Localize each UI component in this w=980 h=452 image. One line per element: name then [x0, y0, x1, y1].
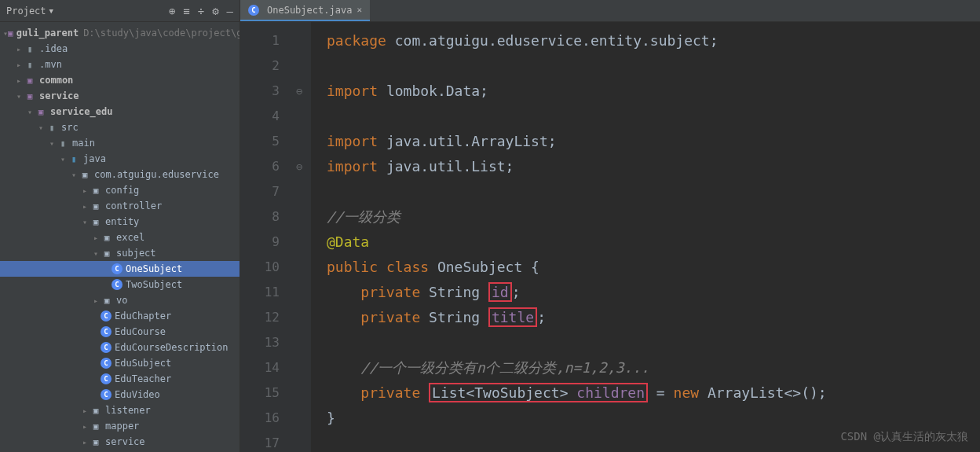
tree-item[interactable]: ▮src [0, 119, 240, 135]
tree-label: java [83, 153, 106, 164]
tree-label: entity [105, 216, 139, 227]
arrow-icon[interactable] [14, 92, 24, 101]
tree-label: EduChapter [115, 311, 171, 322]
tree-item[interactable]: ▮java [0, 151, 240, 167]
tree-label: .idea [39, 43, 68, 54]
tree-label: excel [116, 232, 144, 243]
tree-item[interactable]: COneSubject [0, 261, 240, 277]
tree-item[interactable]: CEduCourse [0, 324, 240, 340]
arrow-icon[interactable] [91, 296, 101, 305]
module-icon: ▣ [24, 74, 36, 86]
tree-item[interactable]: CTwoSubject [0, 277, 240, 292]
tree-item[interactable]: ▣config [0, 182, 240, 198]
arrow-icon[interactable] [80, 422, 90, 431]
package-icon: ▣ [101, 231, 113, 244]
tree-item[interactable]: CEduCourseDescription [0, 340, 240, 355]
tree-root[interactable]: ▣ guli_parent D:\study\java\code\project… [0, 25, 240, 41]
code-editor[interactable]: 1234567891011121314151617 ⊖ ⊖ package co… [240, 22, 980, 452]
arrow-icon[interactable] [25, 108, 35, 116]
tree-item[interactable]: ▣service [0, 88, 240, 104]
collapse-icon[interactable]: ÷ [198, 5, 204, 17]
arrow-icon[interactable] [58, 155, 68, 164]
tree-item[interactable]: ▣listener [0, 402, 240, 418]
tree-label: config [105, 185, 139, 196]
gear-icon[interactable]: ⚙ [212, 5, 218, 17]
tree-item[interactable]: ▣excel [0, 230, 240, 245]
tree-label: src [61, 122, 79, 133]
arrow-icon[interactable] [36, 123, 46, 132]
tree-item[interactable]: ▮.idea [0, 41, 240, 57]
arrow-icon[interactable] [47, 139, 57, 148]
tree-item[interactable]: ▣vo [0, 292, 240, 308]
root-path: D:\study\java\code\project\guli_paren [83, 28, 240, 39]
arrow-icon[interactable] [14, 61, 24, 69]
arrow-icon[interactable] [91, 249, 101, 258]
tree-item[interactable]: ▣service [0, 434, 240, 450]
package-icon: ▣ [90, 200, 102, 212]
module-icon: ▣ [35, 105, 47, 118]
package-icon: ▣ [90, 184, 102, 197]
tree-item[interactable]: ▣mapper [0, 418, 240, 434]
arrow-icon[interactable] [80, 438, 90, 446]
tree-label: service [39, 90, 79, 101]
class-icon: C [112, 279, 122, 290]
hide-icon[interactable]: — [227, 5, 233, 17]
arrow-icon[interactable] [69, 171, 79, 179]
tree-label: subject [116, 248, 156, 259]
arrow-icon[interactable] [80, 218, 90, 226]
editor-area: C OneSubject.java ✕ 12345678910111213141… [240, 0, 980, 452]
tree-item[interactable]: CEduTeacher [0, 371, 240, 387]
tree-label: EduCourse [115, 326, 166, 337]
arrow-icon[interactable] [80, 202, 90, 211]
code-content[interactable]: package com.atguigu.eduservice.entity.su… [311, 22, 980, 452]
tree-item[interactable]: CEduChapter [0, 308, 240, 324]
tree-item[interactable]: ▣subject [0, 245, 240, 261]
sidebar-header: Project ▼ ⊕ ≡ ÷ ⚙ — [0, 0, 240, 22]
tree-label: EduTeacher [115, 373, 171, 384]
tree-item[interactable]: ▮.mvn [0, 57, 240, 72]
class-icon: C [112, 263, 122, 274]
package-icon: ▣ [101, 247, 113, 259]
tree-label: common [39, 75, 73, 86]
arrow-icon[interactable] [80, 186, 90, 195]
class-icon: C [101, 311, 112, 322]
tree-item[interactable]: ▣service_edu [0, 104, 240, 119]
target-icon[interactable]: ⊕ [169, 5, 175, 17]
package-icon: ▣ [90, 435, 102, 448]
tree-label: listener [105, 405, 151, 416]
tree-label: mapper [105, 421, 139, 432]
tree-label: OneSubject [126, 263, 182, 274]
class-icon: C [101, 342, 112, 353]
package-icon: ▣ [90, 404, 102, 417]
sidebar-title[interactable]: Project ▼ [6, 6, 53, 17]
tree-item[interactable]: CEduVideo [0, 387, 240, 402]
tree-label: EduVideo [115, 389, 160, 400]
tree-label: TwoSubject [126, 279, 182, 290]
folder-icon: ▮ [68, 153, 80, 165]
tree-item[interactable]: ▣com.atguigu.eduservice [0, 167, 240, 182]
folder-icon: ▮ [24, 42, 36, 55]
class-icon: C [101, 373, 112, 384]
tree-item[interactable]: ▣common [0, 72, 240, 88]
project-sidebar: Project ▼ ⊕ ≡ ÷ ⚙ — ▣ guli_parent D:\stu… [0, 0, 240, 452]
project-tree: ▣ guli_parent D:\study\java\code\project… [0, 22, 240, 452]
arrow-icon[interactable] [80, 406, 90, 415]
tree-label: service [105, 436, 145, 447]
tree-item[interactable]: ▮main [0, 135, 240, 151]
folder-icon: ▮ [24, 58, 36, 71]
tab-filename: OneSubject.java [267, 5, 352, 16]
tree-item[interactable]: ▣controller [0, 198, 240, 214]
tree-item[interactable]: ▣entity [0, 214, 240, 230]
tree-label: main [72, 138, 95, 149]
close-icon[interactable]: ✕ [357, 5, 362, 15]
arrow-icon[interactable] [91, 233, 101, 242]
expand-icon[interactable]: ≡ [183, 5, 189, 17]
arrow-icon[interactable] [14, 45, 24, 53]
folder-icon: ▮ [57, 137, 69, 149]
tree-label: .mvn [39, 59, 62, 70]
file-tab[interactable]: C OneSubject.java ✕ [240, 0, 370, 21]
chevron-down-icon: ▼ [49, 7, 53, 15]
arrow-icon[interactable] [14, 76, 24, 85]
tree-item[interactable]: CEduSubject [0, 355, 240, 371]
tab-bar: C OneSubject.java ✕ [240, 0, 980, 22]
